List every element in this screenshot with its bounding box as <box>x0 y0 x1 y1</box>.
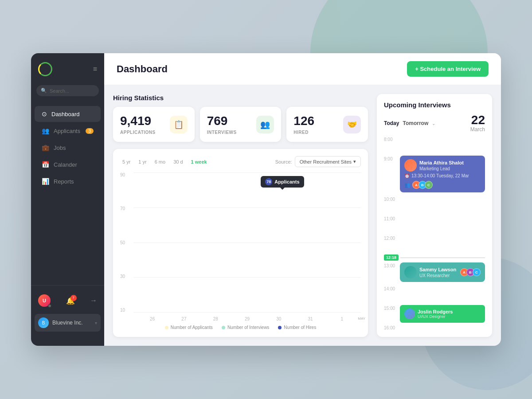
logout-button[interactable]: → <box>90 297 97 305</box>
search-bar[interactable]: 🔍 <box>36 85 99 96</box>
jobs-icon: 💼 <box>42 144 49 151</box>
x-labels: 2627282930311MAY <box>133 317 361 321</box>
y-label: 30 <box>120 274 133 279</box>
y-label: 90 <box>120 172 133 177</box>
sidebar-item-label: Dashboard <box>51 111 80 117</box>
interviews-label: INTERVIEWS <box>207 130 237 135</box>
calendar-panel: Upcoming Interviews Today Tomorrow ⌄ 22 … <box>377 94 492 337</box>
joslin-details: Joslin Rodgers UI/UX Designer <box>418 309 453 319</box>
sidebar-item-calendar[interactable]: 📅 Calander <box>35 156 101 172</box>
time-slot-1300: 13:00 Sammy Lawson UX Researcher A <box>384 262 485 284</box>
time-slot-1600: 16:00 <box>384 325 485 330</box>
time-slot-1100: 11:00 <box>384 215 485 233</box>
filter-1week[interactable]: 1 week <box>189 158 209 166</box>
settings-dot <box>48 304 51 308</box>
filter-5yr[interactable]: 5 yr <box>120 158 133 166</box>
menu-icon[interactable]: ≡ <box>93 65 97 73</box>
schedule-interview-button[interactable]: + Schedule an Interview <box>407 61 489 77</box>
legend-dot-hires <box>278 326 282 329</box>
event-maria[interactable]: Maria Athira Shalot Marketing Lead ⏰ 13:… <box>400 156 485 192</box>
chart-area: 10 30 50 70 90 78 Applicants <box>120 172 361 330</box>
nav-section: ⊙ Dashboard 👥 Applicants 3 💼 Jobs 📅 Cala… <box>31 105 104 285</box>
time-label-1600: 16:00 <box>384 325 396 330</box>
stat-hired-left: 126 HIRED <box>293 114 314 135</box>
calendar-icon: 📅 <box>42 161 49 168</box>
calendar-date: 22 March <box>470 114 485 133</box>
search-input[interactable] <box>50 88 94 94</box>
filter-6mo[interactable]: 6 mo <box>153 158 168 166</box>
tooltip-label: Applicants <box>274 179 299 184</box>
main-body: Hiring Statistics 9,419 APPLICATIONS 📋 7… <box>104 85 501 346</box>
event-time-maria: ⏰ 13:30-14:00 Tuesday, 22 Mar <box>404 173 481 178</box>
chart-inner: 78 Applicants <box>133 172 361 321</box>
x-label: 29 <box>233 317 262 321</box>
filter-1yr[interactable]: 1 yr <box>136 158 149 166</box>
y-axis: 10 30 50 70 90 <box>120 172 133 321</box>
calendar-header: Today Tomorrow ⌄ 22 March <box>384 114 485 133</box>
hired-icon: 🤝 <box>343 116 361 133</box>
time-slot-1200: 12:00 <box>384 235 485 253</box>
x-label: 27 <box>169 317 198 321</box>
chart-tooltip: 78 Applicants <box>261 176 304 188</box>
applications-icon: 📋 <box>170 116 188 133</box>
event-joslin[interactable]: Joslin Rodgers UI/UX Designer <box>400 305 485 323</box>
hiring-statistics-section: Hiring Statistics 9,419 APPLICATIONS 📋 7… <box>113 94 368 142</box>
applications-label: APPLICATIONS <box>120 130 156 135</box>
avatar-sammy <box>404 266 417 278</box>
sidebar-item-jobs[interactable]: 💼 Jobs <box>35 140 101 156</box>
sidebar-item-applicants[interactable]: 👥 Applicants 3 <box>35 123 101 139</box>
company-selector[interactable]: B Bluevine Inc. ▾ <box>35 314 101 332</box>
bars-row <box>133 172 361 313</box>
sidebar: ≡ 🔍 ⊙ Dashboard 👥 Applicants 3 💼 Jobs 📅 … <box>31 53 104 346</box>
stats-section-title: Hiring Statistics <box>113 94 368 102</box>
event-sammy[interactable]: Sammy Lawson UX Researcher A B C <box>400 262 485 282</box>
main-content: Dashboard + Schedule an Interview Hiring… <box>104 53 501 346</box>
sidebar-item-dashboard[interactable]: ⊙ Dashboard <box>35 106 101 122</box>
notification-button[interactable]: 🔔 7 <box>66 297 75 305</box>
user-avatar[interactable]: U <box>38 294 51 307</box>
interviews-number: 769 <box>207 114 237 128</box>
time-label-1200: 12:00 <box>384 235 396 241</box>
may-label: MAY <box>358 317 365 321</box>
event-details: Maria Athira Shalot Marketing Lead <box>419 160 464 171</box>
empty-slot <box>400 136 485 152</box>
avatar-joslin <box>404 309 415 319</box>
attendee-avatar: C <box>425 181 433 189</box>
legend-dot-applicants <box>165 326 168 329</box>
filter-30d[interactable]: 30 d <box>171 158 185 166</box>
tab-tomorrow[interactable]: Tomorrow <box>403 120 428 126</box>
calendar-month: March <box>470 126 485 133</box>
stat-applications: 9,419 APPLICATIONS 📋 <box>113 107 195 142</box>
legend-applicants: Number of Applicants <box>165 325 213 330</box>
event-person-row: Maria Athira Shalot Marketing Lead <box>404 159 481 172</box>
calendar-arrow-icon[interactable]: ⌄ <box>432 121 435 126</box>
legend-label: Number of Applicants <box>171 325 213 330</box>
event-role-joslin: UI/UX Designer <box>418 314 453 319</box>
left-panel: Hiring Statistics 9,419 APPLICATIONS 📋 7… <box>113 94 368 337</box>
tab-today[interactable]: Today <box>384 120 399 126</box>
empty-slot <box>400 215 485 231</box>
x-label: 31 <box>296 317 325 321</box>
source-value: Other Recruitment Sites <box>300 159 352 164</box>
sidebar-item-reports[interactable]: 📊 Reports <box>35 173 101 189</box>
attendee-avatar: C <box>473 268 481 276</box>
event-name-sammy: Sammy Lawson <box>419 267 456 272</box>
source-filter: Source: Other Recruitment Sites ▾ <box>275 156 361 167</box>
chart-legend: Number of Applicants Number of Interview… <box>120 321 361 330</box>
time-line <box>400 258 485 258</box>
user-actions: U 🔔 7 → <box>35 291 101 310</box>
current-time-badge: 12:18 <box>384 254 399 261</box>
y-label: 50 <box>120 240 133 245</box>
chart-controls: 5 yr 1 yr 6 mo 30 d 1 week Source: Other… <box>120 156 361 167</box>
sidebar-item-label: Calander <box>54 161 77 168</box>
event-name-joslin: Joslin Rodgers <box>418 309 453 314</box>
hired-label: HIRED <box>293 130 314 135</box>
event-role-sammy: UX Researcher <box>419 273 456 278</box>
legend-dot-interviews <box>222 326 225 329</box>
stat-applications-left: 9,419 APPLICATIONS <box>120 114 156 135</box>
calendar-tabs: Today Tomorrow ⌄ <box>384 120 435 126</box>
sidebar-item-label: Jobs <box>54 145 66 151</box>
source-select[interactable]: Other Recruitment Sites ▾ <box>295 156 361 167</box>
reports-icon: 📊 <box>42 178 49 185</box>
clock-icon: ⏰ <box>404 173 410 178</box>
